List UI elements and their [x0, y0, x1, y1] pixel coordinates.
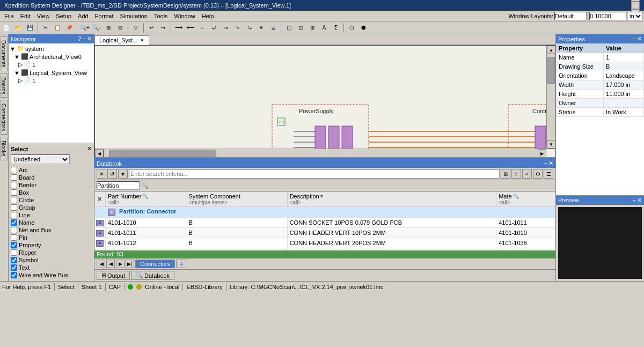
- tb-copy-btn[interactable]: 📋: [52, 23, 63, 33]
- cb-netbus-input[interactable]: [11, 227, 17, 233]
- menu-tools[interactable]: Tools: [151, 12, 171, 20]
- tb-extra1[interactable]: ⬡: [346, 23, 357, 33]
- tb-paste-btn[interactable]: 📌: [64, 23, 75, 33]
- cb-box-input[interactable]: [11, 189, 17, 196]
- col-select-btn[interactable]: ✕: [97, 196, 102, 202]
- tab-blocks[interactable]: Blocks: [1, 137, 8, 160]
- window-layout-select[interactable]: [554, 12, 587, 20]
- tb-connect4[interactable]: ⇌: [209, 23, 219, 33]
- cb-line-input[interactable]: [11, 212, 17, 218]
- preview-close[interactable]: ✕: [637, 197, 642, 204]
- tree-arch-view[interactable]: ▼ ⬛ Architectural_View0: [10, 53, 93, 61]
- menu-setup[interactable]: Setup: [53, 12, 75, 20]
- cb-name[interactable]: Name: [11, 219, 92, 226]
- db-refresh-btn[interactable]: ↺: [107, 169, 117, 179]
- cb-symbol-input[interactable]: [11, 257, 17, 263]
- unit-type-select[interactable]: in mm: [627, 12, 643, 20]
- cb-text-input[interactable]: [11, 264, 17, 271]
- navigator-help[interactable]: ?: [78, 35, 81, 42]
- tb-redo[interactable]: ↪: [158, 23, 169, 33]
- props-pin[interactable]: −: [633, 35, 636, 42]
- maximize-button[interactable]: □: [631, 2, 640, 9]
- navigator-close[interactable]: ✕: [87, 35, 92, 42]
- tb-cut-btn[interactable]: ✂: [40, 23, 51, 33]
- scroll-arrow-right[interactable]: ▶: [538, 149, 546, 158]
- select-dropdown[interactable]: Undefined: [11, 154, 70, 164]
- cb-board[interactable]: Board: [11, 174, 92, 181]
- databook-bottom-tab[interactable]: 🔍 Databook: [131, 271, 174, 280]
- db-settings-btn[interactable]: ⚙: [533, 169, 543, 179]
- cb-group[interactable]: Group: [11, 204, 92, 211]
- cb-property[interactable]: Property: [11, 241, 92, 249]
- cb-pin-input[interactable]: [11, 234, 17, 241]
- cb-border[interactable]: Border: [11, 181, 92, 189]
- menu-window[interactable]: Window: [171, 12, 199, 20]
- tb-connect1[interactable]: ⟶: [173, 23, 184, 33]
- scroll-arrow-up[interactable]: ▲: [547, 46, 555, 54]
- tree-logical-view[interactable]: ▼ ⬛ Logical_System_View: [10, 69, 93, 77]
- menu-view[interactable]: View: [34, 12, 53, 20]
- tb-connect6[interactable]: ⤷: [232, 23, 243, 33]
- cb-netbus[interactable]: Net and Bus: [11, 226, 92, 234]
- menu-edit[interactable]: Edit: [17, 12, 34, 20]
- db-close-icon[interactable]: ✕: [548, 160, 553, 167]
- table-row[interactable]: ≡ 4101-1011 B CONN HEADER VERT 10POS 2MM…: [95, 227, 555, 238]
- table-row[interactable]: ≡ 4101-1010 B CONN SOCKET 10POS 0.079 GO…: [95, 217, 555, 227]
- part-number-filter-value[interactable]: <all>: [108, 200, 184, 205]
- cb-wirewirebus[interactable]: Wire and Wire Bus: [11, 271, 92, 279]
- cb-group-input[interactable]: [11, 204, 17, 211]
- db-pin-icon[interactable]: −: [544, 160, 547, 167]
- cb-circle[interactable]: Circle: [11, 196, 92, 204]
- tb-zoom-out[interactable]: 🔍-: [91, 23, 102, 33]
- tb-filter-btn[interactable]: ▽: [130, 23, 141, 33]
- canvas-scrollbar-v[interactable]: ▲ ▼: [546, 46, 555, 149]
- tb-new-btn[interactable]: 📄: [1, 23, 12, 33]
- menu-add[interactable]: Add: [75, 12, 92, 20]
- cb-arc-input[interactable]: [11, 167, 17, 173]
- tb-text-btn[interactable]: A: [319, 23, 330, 33]
- databook-search-input[interactable]: [129, 169, 500, 179]
- tb-view3[interactable]: ⊞: [307, 23, 318, 33]
- tb-save-btn[interactable]: 💾: [25, 23, 35, 33]
- tb-connect2[interactable]: ⟵: [185, 23, 196, 33]
- tb-extra2[interactable]: ⬢: [358, 23, 369, 33]
- props-close[interactable]: ✕: [637, 35, 642, 42]
- sys-comp-filter-value[interactable]: <multiple items>: [188, 200, 284, 205]
- cb-ripper[interactable]: Ripper: [11, 249, 92, 256]
- partition-input[interactable]: [97, 181, 140, 190]
- db-col-btn[interactable]: ≡: [511, 169, 521, 179]
- tb-connect5[interactable]: ⇒: [221, 23, 231, 33]
- menu-format[interactable]: Format: [92, 12, 117, 20]
- cb-wirewirebus-input[interactable]: [11, 272, 17, 278]
- tb-bus1[interactable]: ≡: [256, 23, 267, 33]
- cb-symbol[interactable]: Symbol: [11, 256, 92, 264]
- tb-zoom-prev[interactable]: ⊟: [115, 23, 126, 33]
- table-row[interactable]: ≡ 4101-1012 B CONN HEADER VERT 20POS 2MM…: [95, 238, 555, 248]
- mate-filter-icon[interactable]: 🔍: [513, 194, 519, 199]
- scroll-arrow-left[interactable]: ◀: [95, 149, 104, 158]
- tb-zoom-in[interactable]: 🔍+: [79, 23, 90, 33]
- tree-arch-1[interactable]: ▷ 📄 1: [10, 61, 93, 69]
- tab-documents[interactable]: Documents: [1, 36, 8, 71]
- tb-view2[interactable]: ⊡: [295, 23, 306, 33]
- scroll-arrow-down[interactable]: ▼: [547, 140, 555, 149]
- cb-line[interactable]: Line: [11, 211, 92, 219]
- scroll-thumb-h[interactable]: [109, 150, 216, 157]
- db-tab-connectors[interactable]: Connectors: [135, 260, 175, 268]
- cb-arc[interactable]: Arc: [11, 166, 92, 174]
- preview-pin[interactable]: −: [633, 197, 636, 204]
- cb-box[interactable]: Box: [11, 189, 92, 196]
- tb-zoom-fit[interactable]: ⊞: [103, 23, 114, 33]
- tab-logical-syst[interactable]: Logical_Syst... ✕: [94, 35, 149, 45]
- cb-pin[interactable]: Pin: [11, 234, 92, 241]
- tb-connect7[interactable]: ⇋: [244, 23, 255, 33]
- db-nav-next[interactable]: ▶: [116, 260, 125, 268]
- tb-open-btn[interactable]: 📂: [13, 23, 24, 33]
- db-nav-last[interactable]: ▶|: [126, 260, 134, 268]
- db-list-btn[interactable]: ☰: [544, 169, 553, 179]
- cb-text[interactable]: Text: [11, 264, 92, 271]
- tb-undo[interactable]: ↩: [146, 23, 157, 33]
- mate-filter-value[interactable]: <all>: [499, 200, 553, 205]
- menu-simulation[interactable]: Simulation: [117, 12, 151, 20]
- tree-log-1[interactable]: ▷ 📄 1: [10, 77, 93, 85]
